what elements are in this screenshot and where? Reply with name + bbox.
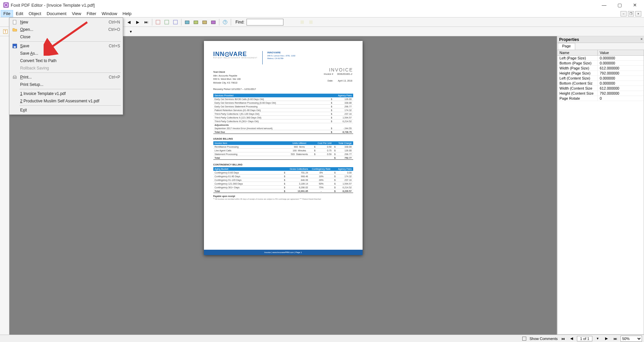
usage-table: Invoice ItemUnits UtilizedCost Per UnitT… [213,141,353,160]
menu-document[interactable]: Document [44,10,69,17]
show-comments-checkbox[interactable] [522,337,526,341]
menu-open[interactable]: Open...Ctrl+O [10,26,122,33]
image-tool-icon[interactable] [183,18,191,26]
menu-exit[interactable]: Exit [10,106,122,114]
window-title: Foxit PDF Editor - [Invoice Template v1.… [11,3,95,8]
menu-print[interactable]: Print...Ctrl+P [10,74,122,81]
recovery-period: Recovery Period 12/1/2017 – 12/31/2017 [213,88,256,90]
svg-rect-5 [173,20,177,24]
page-dropdown-icon[interactable]: ▾ [594,336,601,342]
invoice-meta: Invoice #0036201801-2 Date:April 13, 201… [323,70,353,85]
last-page-icon[interactable]: ⏭ [142,18,150,26]
next-page-button[interactable]: ▶ [603,336,610,342]
property-row: Height (Page Size)792.000000 [557,71,644,76]
menu-window[interactable]: Window [99,10,120,17]
new-file-icon [12,19,17,25]
find-input[interactable] [247,19,283,26]
tool-icon[interactable] [163,18,171,26]
next-page-icon[interactable]: ▶ [133,18,142,26]
svg-rect-13 [309,20,313,24]
prev-page-icon[interactable]: ◀ [125,18,133,26]
property-row: Left (Page Size)0.000000 [557,56,644,61]
contingency-table: Aging BucketGross CollectionsContingency… [213,167,353,193]
svg-rect-6 [185,21,189,24]
find-prev-icon[interactable] [298,18,306,26]
menu-view[interactable]: View [69,10,84,17]
properties-grid: NameValue Left (Page Size)0.000000Bottom… [557,50,644,335]
edit-tool-icon[interactable]: T [1,28,9,36]
property-row: Width (Page Size)612.000000 [557,66,644,71]
status-bar: Show Comments ⏮ ◀ 1 of 1 ▾ ▶ ⏭ 50% [0,335,644,342]
image-tool-icon[interactable] [192,18,200,26]
image-tool-icon[interactable] [201,18,209,26]
menu-bar: File Edit Object Document View Filter Wi… [0,10,644,17]
left-gutter [0,36,9,335]
properties-close-icon[interactable]: × [641,37,643,41]
usage-title: USAGE BILLING [213,137,353,140]
maximize-button[interactable]: ▢ [612,0,627,10]
file-menu-dropdown: NewCtrl+N Open...Ctrl+O Close SaveCtrl+S… [9,17,123,115]
menu-object[interactable]: Object [26,10,44,17]
menu-filter[interactable]: Filter [84,10,99,17]
page-indicator: 1 of 1 [577,336,592,341]
menu-print-setup[interactable]: Print Setup... [10,81,122,88]
tool-icon[interactable] [154,18,162,26]
find-label: Find: [235,20,245,25]
menu-convert-text-to-path[interactable]: Convert Text to Path [10,57,122,64]
menu-save[interactable]: SaveCtrl+S [10,42,122,50]
menu-file[interactable]: File [1,10,13,17]
app-icon [3,2,9,8]
fineprint: Payable upon receipt ** All invoices not… [213,195,353,200]
zoom-select[interactable]: 50% [621,336,642,342]
help-icon[interactable]: ? [221,18,229,26]
menu-recent-1[interactable]: 1 Invoice Template v1.pdf [10,90,122,97]
properties-panel: Properties × Page NameValue Left (Page S… [557,36,644,335]
print-icon [12,75,17,80]
first-page-button[interactable]: ⏮ [559,336,566,342]
svg-rect-3 [156,20,160,24]
menu-recent-2[interactable]: 2 Productive Muslim Self Assessment v1.p… [10,97,122,105]
svg-rect-12 [301,20,304,24]
prev-page-button[interactable]: ◀ [568,336,575,342]
open-folder-icon [12,27,17,32]
find-next-icon[interactable] [307,18,315,26]
svg-rect-18 [14,46,16,48]
mdi-close-button[interactable]: × [635,11,641,16]
pdf-page[interactable]: INNVAREPATIENT RELATIONSHIP MANAGEMENT I… [204,41,363,255]
contingency-title: CONTINGENCY BILLING [213,163,353,166]
page-footer: Invoice | www.InnovarePRM.com | Page 1 [204,250,363,255]
property-row: Bottom (Page Size)0.000000 [557,61,644,66]
image-tool-icon[interactable] [209,18,217,26]
logo: INNVAREPATIENT RELATIONSHIP MANAGEMENT [213,51,258,59]
menu-close[interactable]: Close [10,33,122,41]
dropdown-icon[interactable]: ▾ [127,28,135,36]
property-row: Height (Content Size792.000000 [557,91,644,96]
menu-rollback-saving: Rollback Saving [10,64,122,72]
mdi-minimize-button[interactable]: – [621,11,627,16]
svg-rect-7 [194,21,198,24]
save-icon [12,43,17,49]
invoice-title: INVOICE [329,67,353,72]
property-row: Width (Content Size612.000000 [557,86,644,91]
menu-new[interactable]: NewCtrl+N [10,18,122,26]
properties-title: Properties × [557,36,644,43]
property-row: Left (Content Size)0.000000 [557,76,644,81]
services-table: Services ProvidedAgency Fees Early Out S… [213,94,353,134]
close-button[interactable]: ✕ [627,0,643,10]
minimize-button[interactable]: — [596,0,612,10]
last-page-button[interactable]: ⏭ [612,336,619,342]
company-block: INNOVARE 340 S. Lemon Ave. | STE. 1102 W… [267,51,296,64]
menu-help[interactable]: Help [120,10,134,17]
svg-text:?: ? [224,20,226,24]
svg-rect-16 [13,20,16,24]
menu-save-as[interactable]: Save As... [10,50,122,57]
tool-icon[interactable] [171,18,179,26]
menu-edit[interactable]: Edit [13,10,26,17]
property-row: Page Rotate0 [557,96,644,101]
property-row: Bottom (Content Siz0.000000 [557,81,644,86]
properties-tab-page[interactable]: Page [558,43,575,50]
show-comments-label: Show Comments [530,337,558,341]
svg-rect-8 [203,21,207,24]
mdi-restore-button[interactable]: ❐ [628,11,634,16]
svg-text:T: T [4,30,6,34]
